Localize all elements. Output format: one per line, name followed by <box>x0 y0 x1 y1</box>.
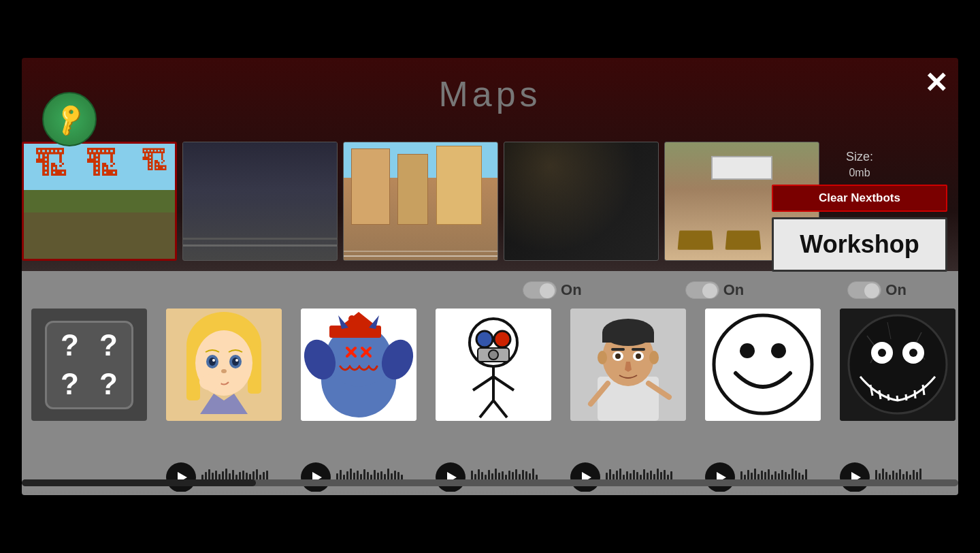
bot-item-random[interactable]: ? ? ? ? <box>22 305 157 452</box>
svg-line-67 <box>888 394 889 400</box>
svg-point-58 <box>771 343 786 358</box>
scrollbar-track <box>22 479 958 486</box>
bots-row: ? ? ? ? <box>22 305 958 452</box>
svg-point-57 <box>740 343 755 358</box>
bot-item-monster[interactable] <box>291 305 426 452</box>
maps-row: 🏗 🏗 🏗 <box>22 142 819 268</box>
svg-point-43 <box>598 351 607 364</box>
audio-player-1 <box>157 462 291 492</box>
play-button-5[interactable] <box>705 462 735 492</box>
audio-player-3 <box>426 462 561 492</box>
bot-avatar-scary <box>840 309 956 421</box>
toggle-2-label: On <box>723 281 745 299</box>
audio-player-4 <box>561 462 696 492</box>
map-thumb-port[interactable]: 🏗 🏗 🏗 <box>22 142 177 261</box>
play-button-1[interactable] <box>166 462 196 492</box>
bot-item-stickman[interactable] <box>426 305 561 452</box>
svg-rect-51 <box>611 348 625 351</box>
svg-rect-52 <box>632 348 645 351</box>
bot-avatar-realistic <box>570 309 686 421</box>
svg-point-7 <box>209 358 216 366</box>
play-button-2[interactable] <box>301 462 331 492</box>
toggle-1[interactable]: On <box>523 281 582 299</box>
svg-rect-46 <box>602 332 654 343</box>
play-button-6[interactable] <box>840 462 870 492</box>
bot-avatar-stickman <box>436 309 551 421</box>
coop-icon-button[interactable]: 🔑 <box>42 92 97 146</box>
clear-nextbots-button[interactable]: Clear Nextbots <box>772 185 947 212</box>
bot-avatar-smiley <box>705 309 821 421</box>
audio-player-6 <box>830 462 958 492</box>
side-panel: Size: 0mb Clear Nextbots Workshop <box>772 150 947 272</box>
svg-line-69 <box>906 394 906 400</box>
scrollbar-thumb[interactable] <box>22 479 256 486</box>
map-thumb-city[interactable] <box>343 142 498 261</box>
page-title: Maps <box>438 74 541 114</box>
audio-player-2 <box>291 462 426 492</box>
svg-point-33 <box>489 350 498 360</box>
bot-avatar-monster <box>301 309 416 421</box>
svg-line-71 <box>923 385 924 395</box>
svg-point-11 <box>221 369 227 373</box>
svg-point-49 <box>615 353 621 359</box>
svg-point-56 <box>714 315 812 413</box>
svg-line-66 <box>879 390 881 399</box>
bot-item-scary[interactable] <box>830 305 958 452</box>
svg-point-8 <box>232 358 239 366</box>
bot-avatar-random: ? ? ? ? <box>31 309 147 421</box>
svg-line-70 <box>915 390 915 398</box>
toggle-1-label: On <box>561 281 582 299</box>
svg-point-9 <box>212 359 215 362</box>
toggle-3[interactable]: On <box>847 281 906 299</box>
toggle-3-label: On <box>885 281 906 299</box>
bot-item-anime[interactable] <box>157 305 291 452</box>
bot-item-smiley[interactable] <box>696 305 830 452</box>
toggles-row: On On On <box>471 276 958 304</box>
svg-point-18 <box>348 315 355 322</box>
bot-item-realistic[interactable] <box>561 305 696 452</box>
size-value: 0mb <box>849 167 870 178</box>
map-thumb-dark[interactable] <box>504 142 659 261</box>
toggle-2[interactable]: On <box>685 281 745 299</box>
bots-section: On On On ? ? ? ? <box>22 271 958 492</box>
audio-player-5 <box>696 462 830 492</box>
play-button-3[interactable] <box>436 462 466 492</box>
svg-point-50 <box>636 353 641 359</box>
map-thumb-station[interactable] <box>182 142 338 261</box>
svg-point-44 <box>649 351 659 364</box>
bot-avatar-anime <box>166 309 282 421</box>
size-label: Size: <box>846 150 873 163</box>
play-button-4[interactable] <box>570 462 600 492</box>
svg-point-30 <box>494 331 510 347</box>
svg-point-29 <box>476 331 493 347</box>
svg-line-68 <box>897 396 898 400</box>
key-icon: 🔑 <box>50 100 88 138</box>
svg-point-10 <box>235 359 238 362</box>
workshop-button[interactable]: Workshop <box>772 217 947 272</box>
svg-point-63 <box>878 349 886 357</box>
close-button[interactable]: × <box>926 63 947 99</box>
svg-point-64 <box>909 349 917 357</box>
svg-point-12 <box>199 374 221 390</box>
